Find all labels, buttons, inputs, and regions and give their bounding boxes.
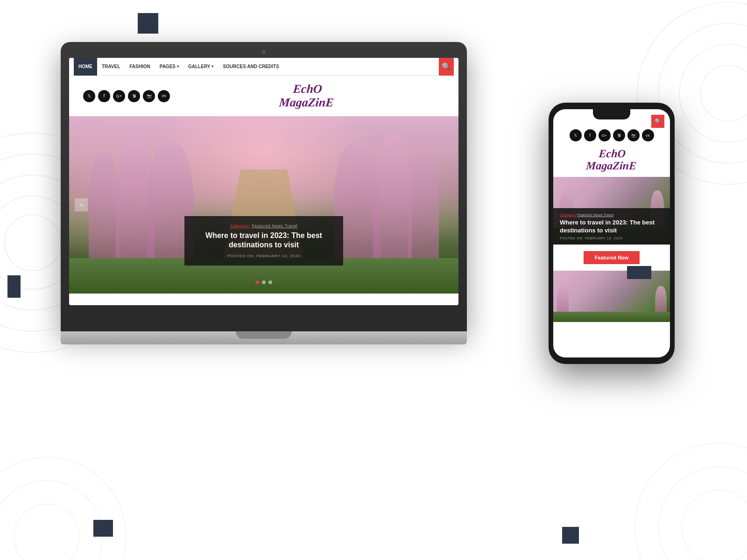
- svg-point-5: [700, 65, 747, 121]
- site-header: 𝕏 f G+ 𝕻 📷 VK EchO MagaZinE: [69, 76, 458, 116]
- svg-point-14: [635, 443, 747, 560]
- svg-point-13: [658, 467, 747, 560]
- phone-notch: [593, 109, 630, 119]
- svg-point-9: [14, 504, 79, 560]
- phone-bottom-image: [553, 271, 670, 322]
- phone-social-facebook[interactable]: f: [584, 129, 596, 141]
- phone-body: 🔍 𝕏 f G+ 𝕻 📷 VK EchO MagaZinE: [549, 103, 675, 364]
- search-icon: 🔍: [442, 62, 451, 71]
- laptop-hinge: [236, 331, 292, 339]
- nav-travel[interactable]: TRAVEL: [97, 58, 125, 76]
- deco-rect-1: [138, 13, 158, 34]
- social-gplus[interactable]: G+: [113, 90, 125, 102]
- site-logo: EchO MagaZinE: [279, 83, 336, 109]
- social-vk[interactable]: VK: [158, 90, 170, 102]
- hero-dots: [255, 280, 272, 284]
- nav-pages[interactable]: PAGES▾: [155, 58, 183, 76]
- svg-point-12: [682, 490, 747, 560]
- laptop-body: HOME TRAVEL FASHION PAGES▾ GALLERY▾ SOUR…: [61, 42, 467, 331]
- phone-social-twitter[interactable]: 𝕏: [570, 129, 582, 141]
- nav-search-button[interactable]: 🔍: [439, 58, 454, 76]
- deco-rect-2: [7, 275, 21, 298]
- nav-gallery[interactable]: GALLERY▾: [183, 58, 218, 76]
- phone-hero-category: Category: Featured News Travel: [560, 213, 663, 217]
- hero-dot-1[interactable]: [255, 280, 259, 284]
- prev-icon: ‹‹: [79, 202, 83, 208]
- phone-screen: 🔍 𝕏 f G+ 𝕻 📷 VK EchO MagaZinE: [553, 109, 670, 357]
- hero-category: Category: Featured News Travel: [196, 224, 332, 228]
- hero-section: ‹‹ Category: Featured News Travel Where …: [69, 116, 458, 294]
- deco-rect-3: [627, 266, 651, 279]
- phone-social-pinterest[interactable]: 𝕻: [613, 129, 625, 141]
- phone-social-gplus[interactable]: G+: [599, 129, 611, 141]
- phone-social-icons: 𝕏 f G+ 𝕻 📷 VK: [553, 126, 670, 145]
- phone-social-vk[interactable]: VK: [642, 129, 654, 141]
- phone-featured-button[interactable]: Featured Now: [584, 251, 640, 264]
- svg-point-10: [0, 481, 103, 560]
- social-facebook[interactable]: f: [98, 90, 110, 102]
- site-nav: HOME TRAVEL FASHION PAGES▾ GALLERY▾ SOUR…: [69, 58, 458, 76]
- nav-sources[interactable]: SOURCES AND CREDITS: [218, 58, 283, 76]
- nav-fashion[interactable]: FASHION: [125, 58, 155, 76]
- phone-search-icon: 🔍: [655, 118, 662, 125]
- svg-point-11: [0, 457, 126, 560]
- phone-search-button[interactable]: 🔍: [651, 115, 664, 128]
- phone-social-instagram[interactable]: 📷: [627, 129, 640, 141]
- phone-hero-date: POSTED ON: FEBRUARY 13, 2023: [560, 237, 663, 240]
- laptop-screen: HOME TRAVEL FASHION PAGES▾ GALLERY▾ SOUR…: [69, 58, 458, 305]
- hero-overlay-card: Category: Featured News Travel Where to …: [184, 216, 343, 266]
- phone-hero: Category: Featured News Travel Where to …: [553, 177, 670, 245]
- phone-device: 🔍 𝕏 f G+ 𝕻 📷 VK EchO MagaZinE: [549, 103, 675, 364]
- phone-logo: EchO MagaZinE: [553, 145, 670, 177]
- hero-dot-2[interactable]: [262, 280, 266, 284]
- laptop-camera: [262, 50, 266, 54]
- hero-dot-3[interactable]: [268, 280, 272, 284]
- laptop-device: HOME TRAVEL FASHION PAGES▾ GALLERY▾ SOUR…: [61, 42, 467, 331]
- social-twitter[interactable]: 𝕏: [83, 90, 95, 102]
- nav-home[interactable]: HOME: [74, 58, 97, 76]
- social-pinterest[interactable]: 𝕻: [128, 90, 140, 102]
- phone-content: 𝕏 f G+ 𝕻 📷 VK EchO MagaZinE: [553, 109, 670, 322]
- laptop-base: [61, 331, 467, 344]
- svg-point-0: [5, 215, 61, 271]
- social-icons-group: 𝕏 f G+ 𝕻 📷 VK: [83, 90, 170, 102]
- svg-point-6: [679, 44, 747, 142]
- hero-prev-button[interactable]: ‹‹: [75, 198, 88, 211]
- deco-rect-5: [562, 527, 579, 544]
- deco-rect-4: [93, 520, 113, 537]
- phone-hero-overlay: Category: Featured News Travel Where to …: [553, 208, 670, 245]
- hero-title: Where to travel in 2023: The best destin…: [196, 231, 332, 251]
- phone-hero-title: Where to travel in 2023: The best destin…: [560, 219, 663, 235]
- hero-date: POSTED ON: FEBRUARY 13, 2023: [196, 254, 332, 258]
- social-instagram[interactable]: 📷: [143, 90, 155, 102]
